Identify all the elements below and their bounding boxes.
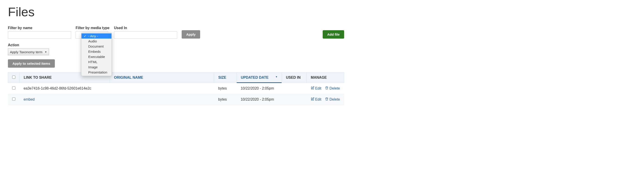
- edit-link[interactable]: Edit: [311, 86, 322, 91]
- caret-down-icon: ▼: [45, 51, 47, 53]
- action-select-value: Apply Taxonomy term: [10, 50, 42, 54]
- media-option[interactable]: Image: [82, 64, 112, 70]
- files-table: LINK TO SHARE ORIGINAL NAME SIZE UPDATED…: [8, 72, 344, 105]
- select-all-checkbox[interactable]: [12, 76, 15, 79]
- original-name-cell: [110, 94, 214, 105]
- media-option[interactable]: Embeds: [82, 49, 112, 54]
- media-option[interactable]: Audio: [82, 38, 112, 44]
- add-file-button[interactable]: Add file: [323, 30, 344, 38]
- table-row: ea3e7416-1c98-46d2-86fd-52601e614e2cbyte…: [8, 83, 344, 94]
- updated-cell: 10/22/2020 - 2:05pm: [237, 94, 282, 105]
- edit-icon: [311, 97, 314, 102]
- filter-used-input[interactable]: [114, 31, 177, 38]
- media-option[interactable]: HTML: [82, 59, 112, 64]
- trash-icon: [325, 86, 328, 91]
- used-cell: [282, 94, 307, 105]
- filter-name-input[interactable]: [8, 31, 71, 38]
- media-option[interactable]: Executable: [82, 54, 112, 59]
- original-name-cell: [110, 83, 214, 94]
- col-original-header[interactable]: ORIGINAL NAME: [110, 72, 214, 83]
- delete-link[interactable]: Delete: [325, 86, 340, 91]
- filter-used-label: Used In: [114, 26, 177, 30]
- size-cell: bytes: [214, 94, 237, 105]
- col-updated-label: UPDATED DATE: [241, 76, 268, 80]
- action-select[interactable]: Apply Taxonomy term ▼: [8, 48, 49, 55]
- size-cell: bytes: [214, 83, 237, 94]
- row-checkbox[interactable]: [12, 86, 15, 90]
- col-used-header[interactable]: USED IN: [282, 72, 307, 83]
- share-link[interactable]: embed: [24, 98, 35, 101]
- updated-cell: 10/22/2020 - 2:05pm: [237, 83, 282, 94]
- media-option[interactable]: Document: [82, 44, 112, 49]
- page-title: Files: [8, 4, 344, 19]
- action-label: Action: [8, 43, 344, 47]
- apply-selected-button[interactable]: Apply to selected items: [8, 59, 55, 68]
- edit-icon: [311, 86, 314, 91]
- col-manage-header: MANAGE: [307, 72, 344, 83]
- table-row: embedbytes10/22/2020 - 2:05pmEditDelete: [8, 94, 344, 105]
- trash-icon: [325, 97, 328, 102]
- delete-link[interactable]: Delete: [325, 97, 340, 102]
- filter-name-label: Filter by name: [8, 26, 71, 30]
- row-checkbox[interactable]: [12, 98, 15, 100]
- edit-link[interactable]: Edit: [311, 97, 322, 102]
- media-type-dropdown[interactable]: - Any -AudioDocumentEmbedsExecutableHTML…: [81, 32, 112, 76]
- media-option[interactable]: Presentation: [82, 70, 112, 75]
- used-cell: [282, 83, 307, 94]
- apply-filters-button[interactable]: Apply: [182, 30, 200, 38]
- sort-desc-icon: ▼: [275, 76, 278, 78]
- media-option[interactable]: - Any -: [82, 34, 112, 38]
- col-updated-header[interactable]: UPDATED DATE▼: [237, 72, 282, 83]
- share-link-text: ea3e7416-1c98-46d2-86fd-52601e614e2c: [24, 86, 92, 90]
- filter-media-label: Filter by media type: [76, 26, 110, 30]
- col-size-header[interactable]: SIZE: [214, 72, 237, 83]
